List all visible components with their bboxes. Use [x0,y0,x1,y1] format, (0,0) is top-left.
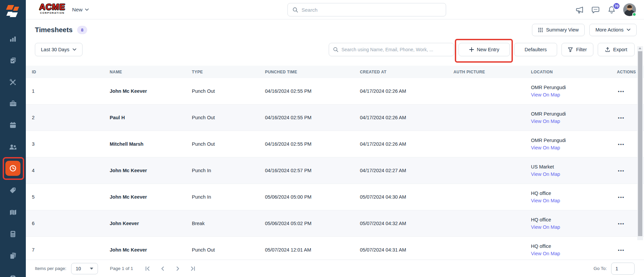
calculator-icon [9,230,17,238]
sidebar-item-services[interactable] [0,74,26,90]
view-on-map-link[interactable]: View On Map [531,170,616,178]
cell-created-at: 04/17/2024 02:26 AM [360,115,453,120]
new-entry-button[interactable]: New Entry [459,43,510,56]
cell-punched-time: 05/06/2024 05:00 PM [265,194,360,200]
company-logo[interactable]: ACME CORPORATION [35,3,70,14]
sidebar-item-clients[interactable] [0,95,26,112]
last-page-button[interactable] [190,266,196,272]
cell-type: Break [192,221,265,226]
global-search-input[interactable] [302,7,441,13]
cell-location: HQ office View On Map [531,216,616,231]
row-actions-button[interactable]: ••• [616,142,636,147]
sidebar-item-timesheets[interactable] [0,160,26,176]
first-page-button[interactable] [145,266,151,272]
filter-funnel-icon [568,47,573,52]
view-on-map-link[interactable]: View On Map [531,223,616,231]
previous-page-button[interactable] [160,266,166,272]
table-row[interactable]: 7 John Mc Keever Punch Out 05/07/2024 12… [26,237,644,260]
cell-punched-time: 04/16/2024 02:55 PM [265,141,360,147]
sidebar-item-tags[interactable] [0,182,26,198]
column-header-id[interactable]: ID [32,70,110,74]
row-actions-button[interactable]: ••• [616,115,636,120]
location-name: HQ office [531,216,616,223]
view-on-map-link[interactable]: View On Map [531,197,616,204]
row-actions-button[interactable]: ••• [616,195,636,200]
next-page-button[interactable] [175,266,181,272]
sidebar-item-map[interactable] [0,204,26,220]
scrollbar-up-arrow[interactable] [639,47,641,49]
cell-created-at: 05/07/2024 04:31 AM [360,247,453,253]
row-actions-button[interactable]: ••• [616,221,636,226]
sidebar-item-dashboard[interactable] [0,31,26,47]
clock-icon [9,164,17,172]
clipboard-check-icon [9,57,17,64]
table-row[interactable]: 2 Paul H Punch Out 04/16/2024 02:55 PM 0… [26,105,644,131]
chevron-down-icon [72,48,76,51]
list-search-input[interactable] [341,47,450,52]
profile-menu-button[interactable] [623,3,636,16]
view-on-map-link[interactable]: View On Map [531,144,616,151]
defaulters-button[interactable]: Defaulters [514,43,557,56]
pagination-footer: Items per page: 10 Page 1 of 1 Go To: [26,260,644,277]
sidebar-item-reports[interactable] [0,270,26,277]
briefcase-icon [9,99,17,108]
sidebar-item-documents[interactable] [0,248,26,264]
cell-location: OMR Perungudi View On Map [531,137,616,151]
cell-type: Punch Out [192,247,265,253]
column-header-location[interactable]: LOCATION [531,70,616,74]
column-header-type[interactable]: TYPE [192,70,265,74]
table-row[interactable]: 1 John Mc Keever Punch Out 04/16/2024 02… [26,78,644,105]
view-on-map-link[interactable]: View On Map [531,250,616,257]
cell-type: Punch Out [192,115,265,120]
cell-location: US Market View On Map [531,163,616,178]
sidebar [0,0,26,277]
page-info: Page 1 of 1 [110,266,133,271]
summary-view-button[interactable]: Summary View [532,24,585,36]
caret-down-icon [90,268,93,270]
table-row[interactable]: 4 John Mc Keever Punch In 04/16/2024 02:… [26,157,644,184]
location-name: OMR Perungudi [531,137,616,144]
table-row[interactable]: 3 Mitchell Marsh Punch Out 04/16/2024 02… [26,131,644,157]
go-to-page-input[interactable] [611,263,635,275]
users-icon [9,143,17,151]
messages-button[interactable] [591,5,600,14]
top-bar: ACME CORPORATION New [26,0,644,19]
grid-icon [538,27,543,32]
scrollbar-thumb[interactable] [638,51,642,236]
date-range-filter[interactable]: Last 30 Days [35,43,83,56]
column-header-actions[interactable]: ACTIONS [616,70,636,74]
row-actions-button[interactable]: ••• [616,168,636,173]
view-on-map-link[interactable]: View On Map [531,118,616,125]
row-actions-button[interactable]: ••• [616,89,636,94]
search-icon [333,47,338,52]
column-header-created-at[interactable]: CREATED AT [360,70,453,74]
column-header-punched-time[interactable]: PUNCHED TIME [265,70,360,74]
sidebar-item-jobs[interactable] [0,52,26,68]
view-on-map-link[interactable]: View On Map [531,91,616,98]
sidebar-item-dispatch-calendar[interactable] [0,117,26,133]
vertical-scrollbar[interactable] [637,46,643,240]
location-name: OMR Perungudi [531,110,616,118]
table-row[interactable]: 6 John Keever Break 05/06/2024 05:02 PM … [26,210,644,237]
column-header-name[interactable]: NAME [110,70,192,74]
items-per-page-label: Items per page: [35,266,66,271]
cell-punched-time: 04/16/2024 02:55 PM [265,88,360,94]
cell-created-at: 05/07/2024 04:30 AM [360,194,453,200]
more-actions-button[interactable]: More Actions [589,24,637,36]
new-menu-button[interactable]: New [72,0,89,19]
sidebar-item-teams[interactable] [0,139,26,155]
export-button[interactable]: Export [598,43,635,56]
notifications-button[interactable]: 70 [607,5,616,14]
zuper-logo[interactable] [5,3,21,19]
cell-id: 5 [32,194,110,200]
column-header-auth-picture[interactable]: AUTH PICTURE [453,70,531,74]
sidebar-item-invoices[interactable] [0,226,26,242]
filter-button[interactable]: Filter [561,43,593,56]
table-row[interactable]: 5 John Mc Keever Punch In 05/06/2024 05:… [26,184,644,210]
row-actions-button[interactable]: ••• [616,248,636,253]
export-icon [605,47,610,52]
items-per-page-select[interactable]: 10 [71,263,98,274]
location-name: US Market [531,163,616,170]
tag-icon [9,187,17,194]
announcements-button[interactable] [575,5,584,14]
